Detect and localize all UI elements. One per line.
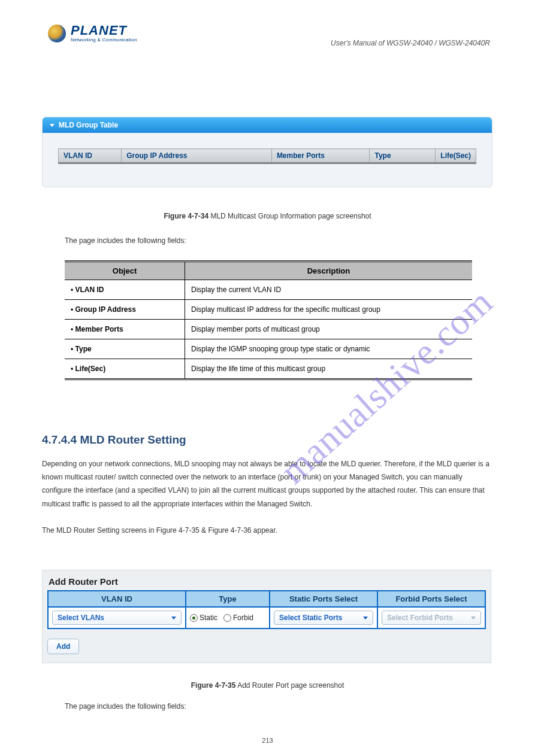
mld-group-panel-title: MLD Group Table (59, 121, 118, 129)
add-router-port-panel: Add Router Port VLAN ID Type Static Port… (42, 570, 491, 663)
desc-header-object: Object (65, 262, 185, 280)
table-row: • VLAN ID Display the current VLAN ID (65, 280, 472, 300)
table-row: • Life(Sec) Display the life time of thi… (65, 359, 472, 379)
description-table-1: Object Description • VLAN ID Display the… (65, 260, 472, 380)
select-vlans-dropdown[interactable]: Select VLANs (52, 611, 182, 625)
chevron-down-icon (363, 617, 368, 620)
add-button[interactable]: Add (47, 639, 79, 654)
manual-title: User's Manual of WGSW-24040 / WGSW-24040… (331, 39, 490, 47)
logo-globe-icon (48, 25, 66, 42)
radio-static[interactable]: Static (190, 614, 217, 622)
col-type: Type (370, 149, 436, 163)
col-static-ports: Static Ports Select (270, 591, 377, 607)
col-life: Life(Sec) (436, 149, 476, 163)
logo-main-text: PLANET (71, 24, 137, 37)
select-forbid-ports-dropdown[interactable]: Select Forbid Ports (382, 611, 481, 625)
figure-caption-2: Figure 4-7-35 Add Router Port page scree… (0, 681, 535, 690)
col-forbid-ports: Forbid Ports Select (377, 591, 485, 607)
table-row: • Type Display the IGMP snooping group t… (65, 339, 472, 359)
table-row: • Member Ports Display member ports of m… (65, 320, 472, 339)
add-router-port-table: VLAN ID Type Static Ports Select Forbid … (47, 590, 486, 629)
desc-intro-1: The page includes the following fields: (65, 236, 186, 245)
figure-caption-1: Figure 4-7-34 MLD Multicast Group Inform… (0, 212, 535, 220)
col-type: Type (186, 591, 270, 607)
table-row: • Group IP Address Display multicast IP … (65, 300, 472, 320)
select-static-ports-dropdown[interactable]: Select Static Ports (274, 611, 373, 625)
col-vlan-id: VLAN ID (48, 591, 186, 607)
chevron-down-icon (471, 617, 476, 620)
radio-forbid[interactable]: Forbid (223, 614, 253, 622)
section-body: Depending on your network connections, M… (42, 457, 493, 537)
mld-group-panel-header[interactable]: MLD Group Table (43, 117, 492, 133)
radio-icon (190, 614, 198, 622)
radio-icon (223, 614, 231, 622)
col-member-ports: Member Ports (271, 149, 370, 163)
section-heading: 4.7.4.4 MLD Router Setting (42, 433, 186, 447)
mld-group-table: VLAN ID Group IP Address Member Ports Ty… (58, 148, 476, 164)
desc-intro-2: The page includes the following fields: (65, 702, 186, 711)
logo-sub-text: Networking & Communication (71, 37, 137, 42)
col-group-ip: Group IP Address (122, 149, 272, 163)
chevron-down-icon (50, 124, 55, 127)
col-vlan-id: VLAN ID (59, 149, 122, 163)
mld-group-panel: MLD Group Table VLAN ID Group IP Address… (42, 117, 492, 187)
chevron-down-icon (171, 617, 176, 620)
desc-header-description: Description (185, 262, 473, 280)
add-router-port-title: Add Router Port (47, 575, 486, 590)
page-number: 213 (0, 737, 535, 744)
brand-logo: PLANET Networking & Communication (48, 24, 137, 42)
type-radio-group: Static Forbid (190, 614, 265, 622)
